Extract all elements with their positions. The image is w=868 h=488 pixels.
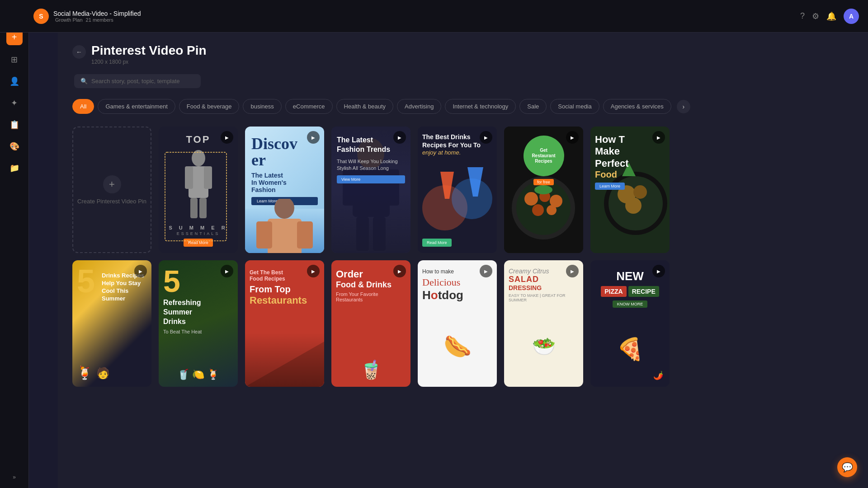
play-button[interactable]: ▶ — [221, 131, 233, 144]
page-title: Pinterest Video Pin — [91, 43, 207, 58]
refreshing-label: RefreshingSummerDrinks — [163, 298, 233, 326]
recipe-badge: RECIPE — [628, 286, 659, 297]
food-emoji: 🧋 — [360, 359, 382, 380]
sidebar-item-grid[interactable]: ⊞ — [5, 51, 24, 69]
play-button[interactable]: ▶ — [134, 265, 147, 277]
notifications-icon[interactable]: 🔔 — [826, 11, 836, 21]
tab-food[interactable]: Food & beverage — [179, 99, 240, 114]
grid-icon: ⊞ — [11, 55, 18, 65]
user-avatar[interactable]: A — [844, 9, 859, 24]
hotdog-emoji: 🌭 — [443, 333, 472, 360]
card-model-area — [159, 149, 238, 221]
svg-rect-10 — [297, 221, 313, 249]
create-card[interactable]: + Create Pinterest Video Pin — [72, 127, 151, 253]
svg-point-33 — [534, 185, 552, 194]
svg-rect-8 — [268, 219, 302, 253]
play-button[interactable]: ▶ — [566, 265, 579, 277]
search-input[interactable] — [91, 78, 194, 84]
templates-row-1: + Create Pinterest Video Pin TOP — [72, 127, 854, 253]
template-new-pizza[interactable]: NEW PIZZA RECIPE KNOW MORE 🍕 🌶️ ▶ — [590, 260, 670, 387]
svg-point-32 — [547, 205, 557, 215]
play-button[interactable]: ▶ — [393, 131, 406, 144]
template-discover[interactable]: Discover The LatestIn Women'sFashion Lea… — [245, 127, 324, 253]
svg-point-39 — [625, 197, 642, 214]
play-button[interactable]: ▶ — [393, 265, 406, 277]
restaurants-label: Restaurants — [250, 295, 320, 306]
help-icon[interactable]: ? — [800, 11, 805, 21]
tab-agencies[interactable]: Agencies & services — [603, 99, 671, 114]
number-5: 5 — [77, 265, 95, 297]
create-plus-icon: + — [103, 175, 121, 193]
search-bar: 🔍 — [74, 74, 201, 88]
template-best-food-recipes[interactable]: Get The BestFood Recipes From Top Restau… — [245, 260, 324, 387]
tab-business[interactable]: business — [243, 99, 281, 114]
play-button[interactable]: ▶ — [652, 131, 665, 144]
templates-row-2: 5 Drinks RecipesHelp You StayCool ThisSu… — [72, 260, 854, 387]
discover-subtext: The LatestIn Women'sFashion — [245, 172, 324, 193]
sidebar-item-folder[interactable]: 📁 — [5, 159, 24, 177]
create-card-label: Create Pinterest Video Pin — [77, 198, 146, 205]
learn-more-btn[interactable]: Learn More — [595, 183, 625, 190]
template-delicious-hotdog[interactable]: How to make Delicious Hotdog 🌭 ▶ — [418, 260, 497, 387]
template-fashion-trends[interactable]: The LatestFashion Trends That Will Keep … — [331, 127, 410, 253]
back-button[interactable]: ← — [72, 45, 86, 59]
read-more-btn[interactable]: Read More — [422, 239, 452, 247]
tab-social[interactable]: Social media — [550, 99, 599, 114]
sidebar-item-user[interactable]: 👤 — [5, 72, 24, 90]
sidebar-item-calendar[interactable]: 📋 — [5, 116, 24, 134]
play-button[interactable]: ▶ — [480, 131, 492, 144]
beat-heat-label: To Beat The Heat — [163, 329, 233, 334]
plus-icon: + — [12, 32, 17, 42]
user-icon: 👤 — [9, 76, 19, 86]
tab-all[interactable]: All — [72, 99, 94, 114]
svg-rect-6 — [165, 152, 226, 241]
delicious-label: Delicious — [422, 277, 492, 288]
template-5-drinks[interactable]: 5 Drinks RecipesHelp You StayCool ThisSu… — [72, 260, 151, 387]
template-drinks-recipes[interactable]: The Best DrinksRecipes For You To enjoy … — [418, 127, 497, 253]
settings-icon[interactable]: ⚙ — [812, 11, 819, 21]
for-free-badge: for free — [533, 179, 554, 185]
play-button[interactable]: ▶ — [307, 265, 320, 277]
tab-health[interactable]: Health & beauty — [336, 99, 394, 114]
template-summer-essentials[interactable]: TOP S U M M E R — [159, 127, 238, 253]
brand-avatar: S — [33, 9, 49, 24]
know-more-btn[interactable]: KNOW MORE — [613, 300, 648, 308]
sidebar-item-palette[interactable]: 🎨 — [5, 137, 24, 155]
svg-rect-9 — [256, 221, 272, 249]
from-fav-label: From Your FavoriteRestaurants — [336, 291, 406, 302]
tab-sale[interactable]: Sale — [519, 99, 547, 114]
template-how-make-food[interactable]: How TMakePerfect Food Learn More ▶ — [590, 127, 670, 253]
sidebar-item-magic[interactable]: ✦ — [5, 94, 24, 112]
tab-games[interactable]: Games & entertainment — [98, 99, 175, 114]
sidebar: + ⊞ 👤 ✦ 📋 🎨 📁 » — [0, 0, 29, 488]
play-button[interactable]: ▶ — [307, 131, 320, 144]
sidebar-expand-button[interactable]: » — [5, 472, 24, 483]
calendar-icon: 📋 — [9, 120, 19, 130]
hotdog-label: Hotdog — [422, 288, 492, 302]
chili-icon: 🌶️ — [653, 371, 663, 380]
play-button[interactable]: ▶ — [566, 131, 579, 144]
main-content: ← Pinterest Video Pin 1200 x 1800 px 🔍 A… — [58, 33, 868, 488]
plan-label: Growth Plan 21 members — [53, 17, 141, 23]
person-icon: 🧑 — [96, 367, 110, 380]
tab-internet[interactable]: Internet & technology — [445, 99, 516, 114]
template-restaurant-recipes[interactable]: GetRestaurantRecipes for free ▶ — [504, 127, 583, 253]
folder-icon: 📁 — [9, 163, 19, 173]
category-tabs: All Games & entertainment Food & beverag… — [72, 99, 854, 114]
template-order-food[interactable]: Order Food & Drinks From Your FavoriteRe… — [331, 260, 410, 387]
chat-bubble[interactable]: 💬 — [837, 457, 857, 477]
topbar: S Social Media-Video - Simplified Growth… — [0, 0, 868, 33]
play-button[interactable]: ▶ — [221, 265, 233, 277]
tabs-next-arrow[interactable]: › — [677, 100, 690, 113]
brand-info: S Social Media-Video - Simplified Growth… — [33, 9, 141, 24]
tab-advertising[interactable]: Advertising — [397, 99, 441, 114]
template-creamy-citrus[interactable]: Creamy Citrus SALAD DRESSING EASY TO MAK… — [504, 260, 583, 387]
svg-point-31 — [532, 204, 544, 216]
restaurant-circle-text: GetRestaurantRecipes — [529, 145, 558, 167]
view-more-btn[interactable]: View More — [337, 175, 405, 183]
salad-emoji: 🥗 — [532, 335, 556, 357]
play-button[interactable]: ▶ — [652, 265, 665, 277]
tab-ecommerce[interactable]: eCommerce — [285, 99, 333, 114]
template-5-refreshing[interactable]: 5 RefreshingSummerDrinks To Beat The Hea… — [159, 260, 238, 387]
play-button[interactable]: ▶ — [480, 265, 492, 277]
